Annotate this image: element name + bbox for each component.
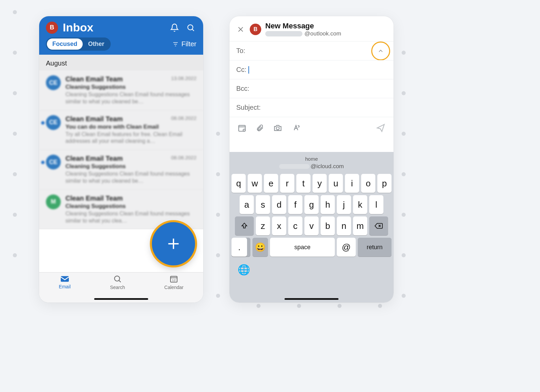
key-p[interactable]: p bbox=[377, 174, 392, 193]
key-j[interactable]: j bbox=[337, 195, 351, 214]
key-l[interactable]: l bbox=[369, 195, 383, 214]
key-f[interactable]: f bbox=[288, 195, 302, 214]
from-avatar[interactable]: B bbox=[250, 24, 261, 35]
key-k[interactable]: k bbox=[353, 195, 367, 214]
redacted-text bbox=[265, 31, 302, 36]
compose-title: New Message bbox=[265, 22, 341, 30]
tab-calendar-label: Calendar bbox=[164, 285, 184, 290]
key-w[interactable]: w bbox=[248, 174, 262, 193]
to-field[interactable]: To: bbox=[230, 41, 394, 60]
tab-calendar[interactable]: 12 Calendar bbox=[164, 275, 184, 303]
key-backspace[interactable] bbox=[369, 216, 388, 235]
key-x[interactable]: x bbox=[272, 216, 286, 235]
home-indicator bbox=[285, 298, 339, 300]
key-q[interactable]: q bbox=[232, 174, 246, 193]
email-subject: Cleaning Suggestions bbox=[65, 84, 196, 90]
key-n[interactable]: n bbox=[337, 216, 351, 235]
key-s[interactable]: s bbox=[256, 195, 270, 214]
key-d[interactable]: d bbox=[272, 195, 286, 214]
decorative-dot bbox=[13, 253, 17, 257]
cc-input[interactable] bbox=[251, 66, 387, 74]
to-label: To: bbox=[236, 47, 245, 55]
decorative-dot bbox=[13, 213, 17, 217]
suggestion-domain: @icloud.com bbox=[310, 163, 344, 170]
compose-header: B New Message @outlook.com bbox=[230, 16, 394, 41]
email-subject: Cleaning Suggestions bbox=[65, 163, 196, 170]
bcc-input[interactable] bbox=[251, 85, 387, 93]
key-u[interactable]: u bbox=[329, 174, 343, 193]
decorative-dot bbox=[338, 304, 342, 308]
cc-field[interactable]: Cc: bbox=[230, 60, 394, 79]
key-at[interactable]: @ bbox=[337, 238, 356, 257]
svg-point-7 bbox=[114, 276, 119, 281]
key-z[interactable]: z bbox=[256, 216, 270, 235]
subject-input[interactable] bbox=[263, 104, 387, 111]
notifications-icon[interactable] bbox=[169, 22, 180, 33]
globe-icon[interactable]: 🌐 bbox=[238, 264, 250, 275]
key-e[interactable]: e bbox=[264, 174, 278, 193]
key-y[interactable]: y bbox=[313, 174, 327, 193]
phone-compose: B New Message @outlook.com To: Cc: Bcc: … bbox=[230, 16, 394, 303]
subject-label: Subject: bbox=[236, 104, 261, 111]
key-dot[interactable]: . bbox=[232, 238, 247, 257]
email-date: 13.08.2022 bbox=[171, 75, 196, 83]
bcc-label: Bcc: bbox=[236, 85, 249, 93]
decorative-dot bbox=[402, 51, 406, 55]
camera-icon[interactable] bbox=[273, 124, 282, 134]
key-i[interactable]: i bbox=[345, 174, 359, 193]
tab-focused[interactable]: Focused bbox=[47, 38, 83, 50]
email-item[interactable]: CEClean Email Team08.08.2022Cleaning Sug… bbox=[39, 150, 203, 190]
decorative-dot bbox=[256, 304, 261, 308]
decorative-dot bbox=[13, 172, 17, 176]
account-avatar[interactable]: B bbox=[46, 22, 58, 34]
attachment-icon[interactable] bbox=[256, 124, 264, 134]
decorative-dot bbox=[402, 132, 406, 136]
ios-keyboard: home @icloud.com qwertyuiop asdfghjkl zx… bbox=[230, 152, 394, 303]
tab-other[interactable]: Other bbox=[83, 38, 110, 50]
key-space[interactable]: space bbox=[270, 238, 335, 257]
email-date: 08.08.2022 bbox=[171, 155, 196, 162]
subject-field[interactable]: Subject: bbox=[230, 98, 394, 117]
decorative-dot bbox=[13, 10, 17, 14]
sender-avatar: CE bbox=[46, 75, 61, 90]
email-sender: Clean Email Team bbox=[65, 194, 123, 202]
email-subject: Cleaning Suggestions bbox=[65, 203, 196, 210]
decorative-dot bbox=[216, 253, 220, 257]
decorative-dot bbox=[402, 172, 406, 176]
key-r[interactable]: r bbox=[280, 174, 294, 193]
to-input[interactable] bbox=[247, 47, 387, 55]
text-format-icon[interactable] bbox=[292, 124, 300, 134]
key-g[interactable]: g bbox=[304, 195, 319, 214]
search-icon[interactable] bbox=[185, 22, 196, 33]
key-shift[interactable] bbox=[235, 216, 254, 235]
key-a[interactable]: a bbox=[240, 195, 254, 214]
inbox-header: B Inbox Focused Other Filter bbox=[39, 16, 203, 55]
bcc-field[interactable]: Bcc: bbox=[230, 79, 394, 98]
send-icon[interactable] bbox=[376, 123, 385, 134]
collapse-recipients-button[interactable] bbox=[371, 42, 390, 60]
compose-fab[interactable] bbox=[152, 222, 195, 265]
svg-text:12: 12 bbox=[172, 278, 176, 282]
suggestion-label: home bbox=[305, 156, 318, 162]
close-icon[interactable] bbox=[236, 24, 246, 34]
decorative-dot bbox=[378, 304, 382, 308]
key-m[interactable]: m bbox=[353, 216, 367, 235]
key-t[interactable]: t bbox=[296, 174, 310, 193]
tab-email[interactable]: Email bbox=[59, 275, 71, 303]
key-b[interactable]: b bbox=[321, 216, 335, 235]
home-indicator bbox=[94, 298, 148, 300]
email-item[interactable]: CEClean Email Team13.08.2022Cleaning Sug… bbox=[39, 71, 203, 110]
email-sender: Clean Email Team bbox=[65, 115, 123, 123]
email-item[interactable]: CEClean Email Team08.08.2022You can do m… bbox=[39, 110, 203, 150]
calendar-add-icon[interactable] bbox=[238, 124, 246, 134]
key-h[interactable]: h bbox=[321, 195, 335, 214]
key-emoji[interactable]: 😀 bbox=[252, 238, 268, 257]
filter-button[interactable]: Filter bbox=[172, 40, 196, 48]
key-v[interactable]: v bbox=[304, 216, 319, 235]
key-c[interactable]: c bbox=[288, 216, 302, 235]
keyboard-suggestion[interactable]: home @icloud.com bbox=[230, 154, 394, 172]
tab-email-label: Email bbox=[59, 284, 71, 289]
key-o[interactable]: o bbox=[361, 174, 375, 193]
svg-rect-6 bbox=[61, 276, 69, 282]
key-return[interactable]: return bbox=[358, 238, 392, 257]
